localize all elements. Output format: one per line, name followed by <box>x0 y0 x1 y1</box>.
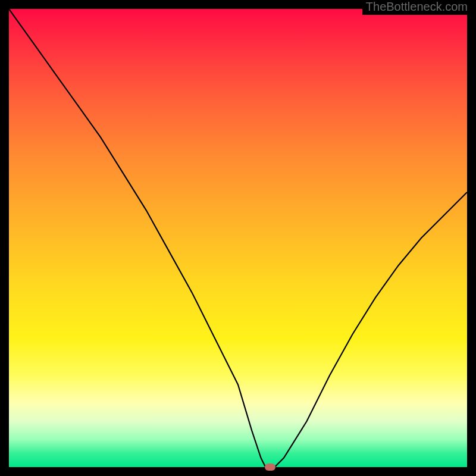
bottleneck-chart: TheBottleneck.com <box>0 0 476 476</box>
watermark-text: TheBottleneck.com <box>362 0 468 15</box>
bottleneck-marker <box>265 464 275 471</box>
plot-gradient-area <box>9 9 467 467</box>
